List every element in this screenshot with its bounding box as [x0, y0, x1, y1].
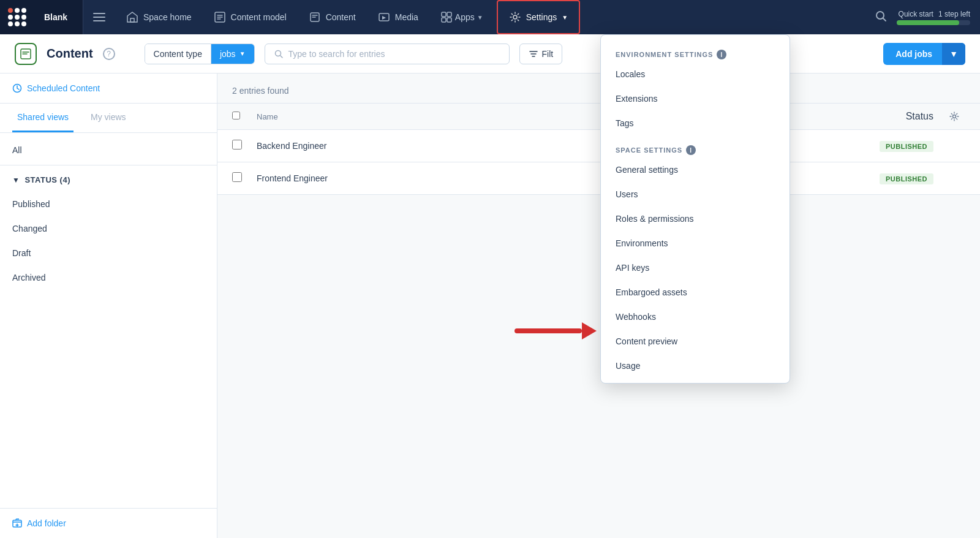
menu-item-usage[interactable]: Usage	[601, 354, 790, 378]
brand-name: Blank	[34, 0, 83, 34]
app-logo[interactable]	[0, 0, 34, 34]
menu-item-users[interactable]: Users	[601, 182, 790, 206]
tab-shared-views[interactable]: Shared views	[12, 104, 74, 132]
home-icon	[126, 11, 138, 23]
row-2-checkbox[interactable]	[232, 172, 242, 182]
sidebar-item-draft[interactable]: Draft	[0, 241, 217, 265]
svg-point-14	[275, 50, 281, 56]
menu-item-api-keys[interactable]: API keys	[601, 256, 790, 280]
space-info-icon: i	[686, 145, 696, 155]
nav-items: Space home Content model Content Media A…	[115, 0, 870, 34]
env-settings-label: ENVIRONMENT SETTINGS	[616, 51, 713, 58]
content-model-icon	[214, 11, 226, 23]
nav-content-label: Content	[326, 12, 356, 22]
row-checkbox-2[interactable]	[232, 172, 257, 184]
nav-space-home-label: Space home	[143, 12, 192, 22]
media-icon	[378, 11, 390, 23]
filter-icon	[529, 49, 538, 59]
views-tabs: Shared views My views	[0, 104, 217, 133]
svg-point-11	[513, 15, 517, 19]
dropdown-divider	[601, 135, 790, 140]
status-badge-published-1: PUBLISHED	[880, 141, 933, 152]
settings-icon	[509, 11, 521, 23]
search-icon[interactable]	[870, 5, 892, 30]
header-checkbox	[232, 111, 257, 122]
scheduled-content[interactable]: Scheduled Content	[0, 74, 217, 104]
progress-bar-background	[897, 20, 970, 25]
menu-icon	[93, 13, 105, 21]
filter-button[interactable]: Filt	[519, 44, 563, 64]
entries-count: 2 entries found	[217, 74, 980, 103]
nav-content[interactable]: Content	[298, 0, 367, 34]
hamburger-menu[interactable]	[83, 0, 115, 34]
nav-space-home[interactable]: Space home	[115, 0, 203, 34]
svg-rect-0	[93, 13, 105, 14]
nav-apps-label: Apps	[455, 12, 475, 22]
sidebar-item-changed[interactable]: Changed	[0, 216, 217, 241]
nav-media[interactable]: Media	[367, 0, 429, 34]
menu-item-extensions[interactable]: Extensions	[601, 86, 790, 111]
search-placeholder: Type to search for entries	[288, 49, 385, 59]
sidebar-footer: Add folder	[0, 508, 217, 538]
add-jobs-label: Add jobs	[895, 49, 932, 59]
table-settings-icon[interactable]	[943, 112, 965, 121]
content-area: 2 entries found Name Status Backend Engi…	[217, 74, 980, 538]
content-type-value[interactable]: jobs ▼	[211, 44, 254, 64]
nav-content-model-label: Content model	[231, 12, 287, 22]
sidebar-item-archived[interactable]: Archived	[0, 265, 217, 290]
progress-bar-fill	[897, 20, 959, 25]
svg-rect-9	[442, 18, 446, 22]
sidebar-item-all[interactable]: All	[0, 138, 217, 162]
nav-settings[interactable]: Settings ▼	[497, 0, 581, 34]
table-row[interactable]: Backend Engineer PUBLISHED	[217, 130, 980, 162]
sidebar-item-published[interactable]: Published	[0, 192, 217, 216]
nav-content-model[interactable]: Content model	[203, 0, 298, 34]
select-all-checkbox[interactable]	[232, 112, 240, 119]
row-checkbox-1[interactable]	[232, 140, 257, 152]
svg-rect-2	[93, 20, 105, 21]
menu-item-tags[interactable]: Tags	[601, 111, 790, 135]
content-icon	[309, 11, 321, 23]
status-group-label: STATUS (4)	[24, 175, 70, 184]
svg-rect-3	[130, 18, 134, 22]
entry-status-2: PUBLISHED	[851, 173, 943, 184]
add-folder-icon	[12, 518, 22, 528]
nav-right: Quick start 1 step left	[870, 5, 980, 30]
main-layout: Scheduled Content Shared views My views …	[0, 74, 980, 538]
apps-chevron-icon: ▼	[477, 14, 483, 21]
scheduled-content-label: Scheduled Content	[27, 83, 100, 93]
menu-item-embargoed-assets[interactable]: Embargoed assets	[601, 280, 790, 305]
quick-start: Quick start 1 step left	[897, 10, 970, 25]
status-group-header[interactable]: ▼ STATUS (4)	[0, 168, 217, 192]
apps-icon	[440, 11, 453, 23]
menu-item-general-settings[interactable]: General settings	[601, 157, 790, 182]
entry-status-1: PUBLISHED	[851, 140, 943, 152]
clock-icon	[12, 83, 22, 93]
row-1-checkbox[interactable]	[232, 140, 242, 150]
content-type-chevron-icon: ▼	[239, 50, 246, 57]
table-row[interactable]: Frontend Engineer PUBLISHED	[217, 162, 980, 195]
tab-my-views[interactable]: My views	[86, 104, 131, 132]
entries-table: Name Status Backend Engineer PUBLISHED	[217, 103, 980, 195]
help-icon[interactable]: ?	[103, 48, 115, 60]
menu-item-webhooks[interactable]: Webhooks	[601, 305, 790, 329]
svg-rect-8	[447, 12, 451, 17]
menu-item-roles-permissions[interactable]: Roles & permissions	[601, 206, 790, 231]
column-status-header: Status	[851, 111, 943, 122]
menu-item-environments[interactable]: Environments	[601, 231, 790, 256]
status-column-label: Status	[906, 111, 933, 121]
menu-item-locales[interactable]: Locales	[601, 62, 790, 86]
nav-apps[interactable]: Apps ▼	[429, 0, 494, 34]
top-navigation: Blank Space home Content model Content	[0, 0, 980, 34]
svg-rect-7	[442, 12, 446, 17]
content-type-filter: Content type jobs ▼	[145, 44, 255, 64]
add-folder-button[interactable]: Add folder	[12, 518, 205, 528]
filter-label: Filt	[542, 49, 554, 59]
content-page-icon	[15, 43, 37, 65]
svg-rect-10	[447, 18, 451, 22]
add-jobs-button[interactable]: Add jobs ▼	[883, 43, 965, 65]
nav-media-label: Media	[395, 12, 418, 22]
svg-point-17	[953, 115, 956, 118]
add-folder-label: Add folder	[27, 518, 66, 528]
menu-item-content-preview[interactable]: Content preview	[601, 329, 790, 354]
